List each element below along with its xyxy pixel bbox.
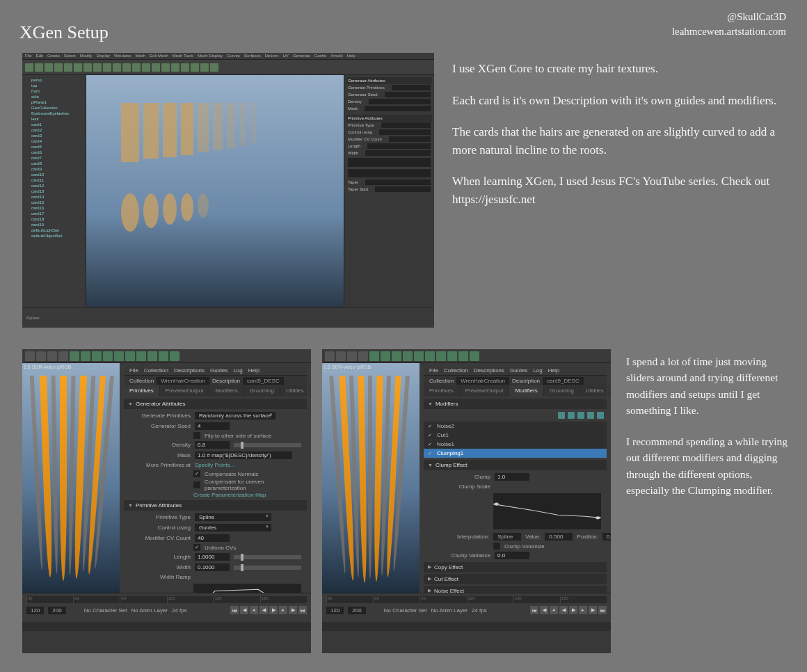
shelf-icon[interactable] — [35, 63, 43, 72]
shelf-icon[interactable] — [25, 63, 33, 72]
seed-field[interactable]: 4 — [195, 422, 230, 430]
shelf-icon[interactable] — [64, 63, 72, 72]
fps-dropdown[interactable]: 24 fps — [472, 607, 487, 614]
shelf-icon[interactable] — [200, 63, 209, 72]
tool-icon[interactable] — [447, 351, 457, 361]
maya-menubar[interactable]: FileEditCreateSelectModifyDisplayWindows… — [22, 53, 434, 60]
width-ramp-graph[interactable] — [348, 158, 431, 177]
density-field[interactable]: 0.8 — [195, 441, 230, 449]
xgen-panel-mini[interactable]: Generator Attributes Generate Primitives… — [344, 75, 434, 307]
gen-prim-dropdown[interactable]: Randomly across the surface — [195, 412, 275, 419]
tool-icon[interactable] — [136, 351, 146, 361]
tool-icon[interactable] — [425, 351, 435, 361]
tool-icon[interactable] — [170, 351, 179, 361]
tab-primitives[interactable]: Primitives — [124, 385, 160, 397]
rewind-end-icon[interactable]: ⏭ — [298, 606, 307, 614]
menu-item[interactable]: Generate — [293, 54, 310, 58]
xgen-tabs[interactable]: PrimitivesPreview/OutputModifiersGroomin… — [424, 385, 607, 397]
uniform-cv-checkbox[interactable]: Uniform CVs — [124, 543, 307, 552]
outliner-item[interactable]: EyebrowsEyelashes — [24, 111, 83, 116]
rewind-start-icon[interactable]: ⏮ — [530, 606, 538, 614]
outliner-item[interactable]: card3 — [24, 133, 83, 138]
frame-end-field[interactable]: 200 — [48, 607, 65, 614]
menu-item[interactable]: Create — [47, 54, 60, 58]
frame-start-field[interactable]: 120 — [326, 607, 344, 614]
menu-item[interactable]: UV — [282, 54, 288, 58]
tool-icon[interactable] — [58, 351, 68, 361]
modifier-row[interactable]: Cut1 — [424, 431, 607, 440]
play-back-icon[interactable]: ◀ — [259, 606, 268, 614]
step-back-icon[interactable]: ◀ — [540, 606, 548, 614]
no-char-set-dropdown[interactable]: No Character Set — [384, 607, 427, 614]
outliner-item[interactable]: defaultObjectSet — [24, 233, 83, 239]
menu-item[interactable]: Descriptions — [474, 367, 504, 374]
frame-start-field[interactable]: 120 — [26, 607, 44, 614]
viewport[interactable]: 1.0 SDR-video (sRGB — [22, 363, 120, 593]
prim-type-dropdown[interactable]: Spline — [195, 513, 271, 521]
maya-shelf[interactable] — [22, 60, 434, 75]
next-key-icon[interactable]: ▸ — [279, 606, 287, 614]
step-fwd-icon[interactable]: ▶ — [589, 606, 597, 614]
tab-previewoutput[interactable]: Preview/Output — [160, 385, 210, 397]
frame-end-field[interactable]: 200 — [348, 607, 365, 614]
viewport[interactable]: 1.0 SDR-video (sRGB — [322, 363, 420, 593]
tool-icon[interactable] — [92, 351, 102, 361]
tab-modifiers[interactable]: Modifiers — [509, 385, 543, 397]
generator-attributes-header[interactable]: Generator Attributes — [124, 399, 307, 409]
menu-item[interactable]: Select — [64, 54, 76, 58]
shelf-icon[interactable] — [191, 63, 199, 72]
outliner[interactable]: persptopfrontsidepPlane1GenCollectionEye… — [22, 75, 86, 307]
next-key-icon[interactable]: ▸ — [579, 606, 587, 614]
effect-section[interactable]: Copy Effect — [424, 562, 607, 573]
cv-count-field[interactable]: 40 — [195, 534, 230, 542]
shelf-icon[interactable] — [122, 63, 131, 72]
clump-volumize-checkbox[interactable]: Clump Volumize — [424, 542, 607, 550]
fps-dropdown[interactable]: 24 fps — [172, 607, 187, 614]
shelf-icon[interactable] — [171, 63, 179, 72]
outliner-item[interactable]: card11 — [24, 177, 83, 183]
create-param-map-link[interactable]: Create Parameterization Map — [124, 492, 307, 498]
tool-icon[interactable] — [103, 351, 113, 361]
menu-item[interactable]: File — [25, 54, 32, 58]
xgen-menu[interactable]: FileCollectionDescriptionsGuidesLogHelp — [424, 366, 607, 376]
collection-dropdown[interactable]: WrenHairCreation — [456, 377, 509, 385]
value-field[interactable]: 0.500 — [545, 533, 573, 541]
length-field[interactable]: 1.0000 — [195, 553, 230, 561]
menu-item[interactable]: Guides — [210, 367, 227, 374]
timeline[interactable]: 306090120150180 — [26, 596, 307, 603]
tool-icon[interactable] — [392, 351, 401, 361]
modifier-row[interactable]: Clumping1 — [424, 449, 607, 458]
command-line[interactable] — [322, 623, 611, 631]
menu-item[interactable]: Help — [248, 367, 259, 374]
outliner-item[interactable]: card14 — [24, 194, 83, 200]
outliner-item[interactable]: card7 — [24, 155, 83, 161]
outliner-item[interactable]: defaultLightSet — [24, 227, 83, 233]
refresh-icon[interactable] — [577, 412, 584, 419]
tool-icon[interactable] — [36, 351, 46, 361]
timeline[interactable]: 306090120150180 — [326, 596, 607, 603]
menu-item[interactable]: Modify — [80, 54, 93, 58]
shelf-icon[interactable] — [161, 63, 170, 72]
move-up-icon[interactable] — [587, 412, 594, 419]
tool-icon[interactable] — [325, 351, 335, 361]
step-back-icon[interactable]: ◀ — [240, 606, 248, 614]
menu-item[interactable]: Help — [346, 54, 355, 58]
flip-checkbox[interactable]: Flip to other side of surface — [124, 431, 307, 440]
rewind-start-icon[interactable]: ⏮ — [230, 606, 239, 614]
outliner-item[interactable]: card8 — [24, 161, 83, 166]
tool-icon[interactable] — [403, 351, 413, 361]
command-line[interactable] — [22, 623, 311, 631]
play-fwd-icon[interactable]: ▶ — [269, 606, 278, 614]
menu-item[interactable]: Mesh Tools — [173, 54, 193, 58]
tab-expressions[interactable]: Expressions — [610, 385, 611, 397]
shelf-icon[interactable] — [54, 63, 63, 72]
outliner-item[interactable]: side — [24, 94, 83, 99]
outliner-item[interactable]: GenCollection — [24, 105, 83, 111]
outliner-item[interactable]: Hair — [24, 116, 83, 122]
maya-footer[interactable]: Python — [22, 307, 434, 328]
outliner-item[interactable]: card5 — [24, 144, 83, 150]
xgen-tabs[interactable]: PrimitivesPreview/OutputModifiersGroomin… — [124, 385, 307, 397]
rewind-end-icon[interactable]: ⏭ — [598, 606, 607, 614]
tool-icon[interactable] — [470, 351, 479, 361]
xgen-menu[interactable]: FileCollectionDescriptionsGuidesLogHelp — [124, 366, 307, 376]
